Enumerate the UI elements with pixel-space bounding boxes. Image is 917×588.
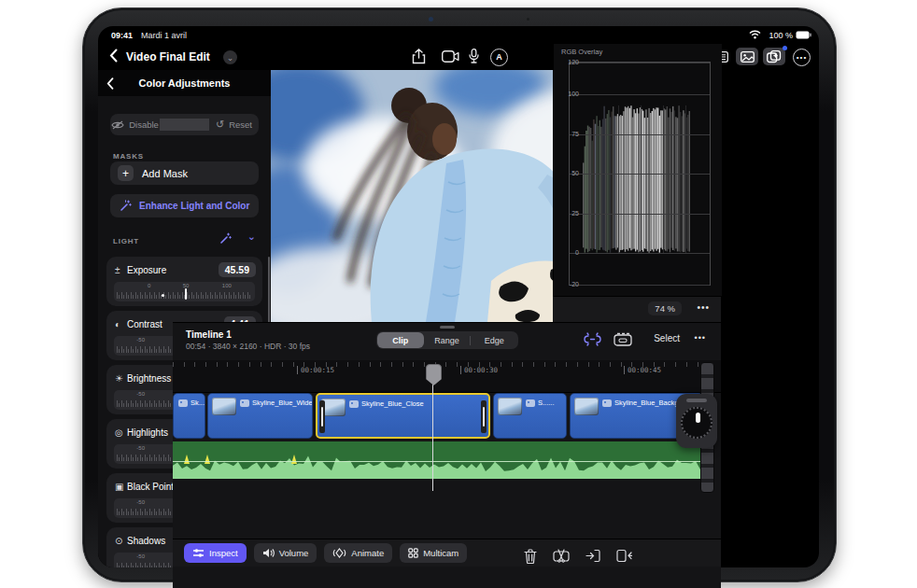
battery-icon: [796, 31, 811, 39]
timeline-resize-handle[interactable]: [440, 326, 455, 329]
trim-handle-right[interactable]: [481, 400, 487, 433]
ruler-tick-label: -50: [136, 391, 145, 397]
slider-exposure[interactable]: ± Exposure 45.59 050100: [106, 257, 262, 306]
trim-handle-left[interactable]: [319, 400, 325, 433]
viewer-more-icon[interactable]: •••: [697, 302, 710, 313]
scope-gridline: [570, 174, 710, 175]
slider-head: ± Exposure 45.59: [115, 261, 256, 278]
scope-gridline: [570, 63, 710, 63]
light-collapse-chevron-icon[interactable]: ⌄: [247, 231, 256, 243]
ruler-tick-label: 100: [222, 283, 232, 288]
volume-button[interactable]: Volume: [254, 543, 317, 563]
segment-divider: [160, 119, 209, 131]
disable-button[interactable]: Disable: [110, 114, 160, 135]
jog-wheel[interactable]: [676, 394, 717, 448]
slider-value[interactable]: 45.59: [219, 262, 256, 277]
clip-skyline_blue_wide[interactable]: Skyline_Blue_Wide: [207, 393, 313, 439]
add-mask-label: Add Mask: [142, 168, 188, 179]
overwrite-icon[interactable]: [616, 549, 632, 564]
slider-thumb[interactable]: [185, 288, 187, 300]
mode-edge[interactable]: Edge: [471, 332, 517, 348]
ruler-time-label: 00:00:15: [297, 366, 334, 374]
timeline-ruler[interactable]: 00:00:1500:00:3000:00:45: [173, 360, 721, 393]
volume-line[interactable]: [173, 461, 714, 462]
viewer-options-bar: 74 % •••: [553, 296, 721, 323]
clip-label: Skyline_Blue_Wide: [240, 399, 313, 407]
clip-media-icon: [240, 399, 249, 407]
camera-icon[interactable]: [442, 50, 459, 63]
clip-skyline_blue_close[interactable]: Skyline_Blue_Close: [316, 393, 490, 439]
ruler-time-label: 00:00:30: [460, 366, 498, 374]
reset-label: Reset: [229, 119, 252, 130]
mic-icon[interactable]: [469, 49, 479, 63]
mode-range[interactable]: Range: [424, 332, 471, 348]
multicam-icon: [408, 548, 418, 558]
share-icon[interactable]: [412, 49, 426, 64]
tool-label: Inspect: [209, 548, 238, 558]
blade-icon[interactable]: [553, 549, 570, 564]
back-icon[interactable]: [109, 49, 118, 63]
shadows-icon: ⊙: [115, 536, 127, 546]
timeline-more-icon[interactable]: •••: [695, 333, 706, 343]
delete-icon[interactable]: [524, 549, 537, 564]
project-menu-chevron-icon[interactable]: ⌄: [223, 50, 237, 64]
panel-back-icon[interactable]: [98, 77, 122, 90]
insert-icon[interactable]: [585, 549, 600, 564]
clip-label: Skyline_Blue_Close: [349, 399, 424, 408]
ruler-time-label: 00:00:45: [624, 366, 661, 374]
status-time: 09:41: [111, 31, 133, 40]
timeline-audio-track[interactable]: [173, 441, 714, 479]
timeline-title: Timeline 1: [186, 329, 232, 340]
select-label[interactable]: Select: [654, 333, 680, 343]
inspect-button[interactable]: Inspect: [184, 543, 247, 563]
status-bar: 09:41 Mardi 1 avril 100 %: [98, 26, 819, 45]
jog-grip[interactable]: [686, 399, 707, 402]
timeline-meta: 00:54 · 3840 × 2160 · HDR · 30 fps: [186, 342, 310, 351]
jog-dial[interactable]: [681, 407, 712, 439]
smart-tools-icon[interactable]: [583, 332, 602, 346]
screen-corner-highlight: [893, 564, 917, 588]
select-tool-icon[interactable]: [614, 332, 632, 346]
scope-axis-label: 100: [568, 91, 579, 97]
clip-media-icon: [349, 400, 359, 408]
inspect-icon: [192, 548, 205, 558]
media-icon[interactable]: [736, 48, 758, 65]
clip-sk-[interactable]: Sk......: [173, 393, 205, 439]
viewer-zoom-level[interactable]: 74 %: [648, 301, 682, 315]
black-point-icon: ▣: [115, 482, 127, 492]
clip-s-[interactable]: S......: [493, 393, 567, 439]
reset-button[interactable]: ↺ Reset: [209, 114, 259, 135]
battery-percent: 100 %: [769, 31, 793, 40]
scope-axis-label: 120: [568, 59, 579, 65]
timeline-toolbar: InspectVolumeAnimateMulticam: [173, 539, 721, 567]
scope-axis-label: 0: [575, 249, 579, 256]
more-icon[interactable]: •••: [793, 49, 811, 66]
scope-axis-label: 25: [571, 209, 579, 216]
ruler-tick-label: -50: [136, 445, 145, 451]
scope-waveform: [570, 63, 708, 283]
contrast-icon: ◐: [115, 319, 127, 329]
enhance-label: Enhance Light and Color: [139, 201, 249, 211]
effects-icon[interactable]: [763, 48, 785, 65]
ruler-tick-label: -50: [136, 499, 145, 505]
multicam-button[interactable]: Multicam: [400, 543, 467, 563]
light-wand-icon[interactable]: [219, 232, 232, 245]
scope-gridline: [570, 285, 710, 286]
scope-plot: [569, 62, 711, 286]
disable-reset-segment: Disable ↺ Reset: [110, 114, 259, 135]
mode-clip[interactable]: Clip: [377, 332, 424, 348]
timeline-clips-track: Sk...... Skyline_Blue_Wide Skyline_Blue_…: [173, 393, 721, 439]
voiceover-icon[interactable]: A: [490, 49, 508, 66]
tool-label: Volume: [279, 548, 309, 558]
edit-mode-segment: ClipRangeEdge: [376, 331, 518, 349]
enhance-button[interactable]: Enhance Light and Color: [110, 194, 259, 217]
scope-axis-label: -20: [570, 281, 579, 287]
clip-media-icon: [178, 399, 188, 407]
slider-ruler[interactable]: 050100: [114, 282, 255, 301]
status-date: Mardi 1 avril: [141, 31, 187, 40]
add-mask-button[interactable]: + Add Mask: [110, 161, 259, 185]
tool-label: Multicam: [423, 548, 458, 558]
project-title[interactable]: Video Final Edit: [126, 50, 210, 63]
volume-icon: [262, 548, 275, 558]
animate-button[interactable]: Animate: [324, 543, 392, 563]
